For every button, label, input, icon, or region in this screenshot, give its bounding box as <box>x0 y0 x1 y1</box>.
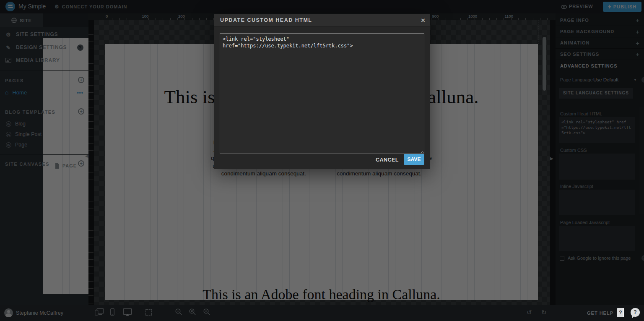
update-custom-head-html-modal: UPDATE CUSTOM HEAD HTML × <link rel="sty… <box>214 14 430 169</box>
help-chat-icon[interactable]: ? <box>631 308 640 317</box>
help-docs-icon[interactable]: ? <box>617 308 624 317</box>
cancel-button[interactable]: CANCEL <box>376 157 399 163</box>
close-icon[interactable]: × <box>421 14 425 27</box>
custom-head-html-textarea[interactable]: <link rel="stylesheet" href="https://use… <box>220 33 424 154</box>
save-button[interactable]: SAVE <box>404 154 424 165</box>
modal-title: UPDATE CUSTOM HEAD HTML <box>214 14 430 27</box>
app-root: My Simple ⚙CONNECT YOUR DOMAIN PREVIEW P… <box>0 0 644 321</box>
